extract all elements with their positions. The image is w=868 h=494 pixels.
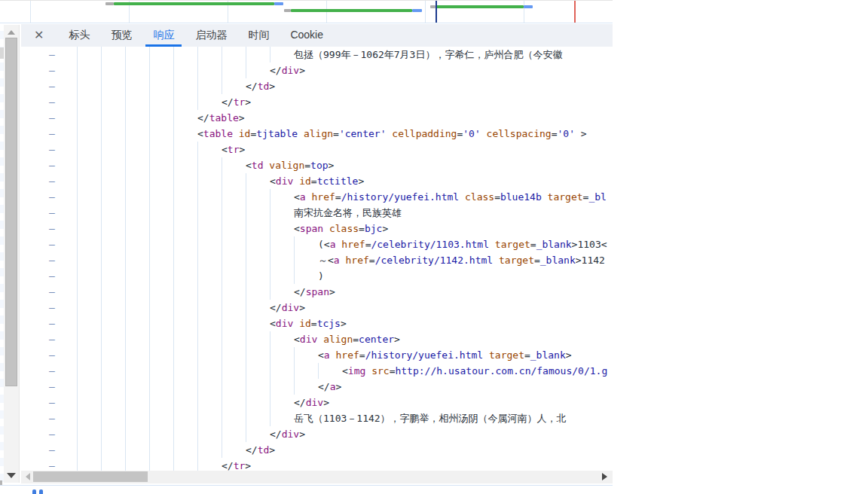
fold-marker[interactable]: – [49,63,55,78]
fold-marker[interactable]: – [49,189,55,205]
background-list-chip [0,480,2,485]
attribute-value: tcjs [317,318,341,329]
clipped-blue-fragment [32,489,47,494]
code-text: = [359,223,365,234]
attribute-name: target [495,239,530,250]
code-line: –</td> [21,442,613,458]
fold-marker[interactable]: – [49,205,55,221]
fold-marker[interactable]: – [49,78,55,94]
code-text: > [239,112,245,124]
tag-name: div [282,428,299,440]
horizontal-scrollbar-thumb[interactable] [33,471,148,482]
code-line: –<img src=http://h.usatour.com.cn/famous… [21,363,613,379]
code-text: 岳飞（1103－1142），字鹏举，相州汤阴（今属河南）人，北 [294,413,567,424]
fold-marker[interactable]: – [49,379,55,395]
attribute-value: /celebrity/1142.html [375,255,494,266]
tab-cookies[interactable]: Cookie [283,24,331,47]
fold-marker[interactable]: – [49,331,55,347]
code-line: –<a href=/history/yuefei.html target=_bl… [21,347,613,363]
fold-marker[interactable]: – [49,442,55,458]
tag-name: div [300,334,317,345]
network-overview-strip[interactable] [0,0,613,23]
tab-response[interactable]: 响应 [145,24,182,47]
scroll-right-arrow-icon[interactable] [602,473,607,480]
attribute-value: center [359,334,394,345]
fold-marker[interactable]: – [49,347,55,363]
fold-marker[interactable]: – [49,316,55,331]
fold-marker[interactable]: – [49,173,55,189]
devtools-network-panel: ✕ 标头预览响应启动器时间Cookie –包拯（999年－1062年7月3日），… [0,0,868,494]
tag-name: table [203,128,233,139]
code-text: < [270,318,276,329]
code-text: >1103< [572,239,607,250]
attribute-value: bjc [365,223,382,234]
attribute-name: cellpadding [392,128,457,139]
attribute-value: blue14b [500,191,542,203]
code-text: > [329,160,335,171]
fold-marker[interactable]: – [49,300,55,316]
attribute-value: http://h.usatour.com.cn/famous/0/1.g [395,365,607,377]
fold-marker[interactable]: – [49,142,55,157]
code-text [489,239,495,250]
request-details-pane: ✕ 标头预览响应启动器时间Cookie –包拯（999年－1062年7月3日），… [0,23,613,486]
waterfall-bar-segment [436,5,524,8]
vertical-scrollbar-thumb[interactable] [5,38,17,386]
fold-marker[interactable]: – [49,363,55,379]
code-text: < [318,349,324,361]
fold-marker[interactable]: – [49,268,55,284]
domcontentloaded-marker-line [436,1,437,23]
code-text: </ [270,428,282,440]
tag-name: a [334,255,340,266]
fold-marker[interactable]: – [49,47,55,63]
tab-initiator[interactable]: 启动器 [188,24,234,47]
code-line: –</div> [21,426,613,442]
scroll-down-arrow-icon[interactable] [7,473,16,478]
fold-marker[interactable]: – [49,221,55,236]
tab-timing[interactable]: 时间 [240,24,277,47]
code-text: = [359,349,365,361]
fold-marker[interactable]: – [49,252,55,268]
scroll-up-arrow-icon[interactable] [8,30,15,35]
fold-marker[interactable]: – [49,410,55,426]
code-text: > [335,381,341,392]
horizontal-scrollbar[interactable] [21,471,613,483]
attribute-value: 'center' [339,128,387,139]
tab-preview[interactable]: 预览 [103,24,139,47]
code-line: –</span> [21,284,613,300]
waterfall-bar-segment [524,5,533,8]
code-line: –) [21,268,613,284]
code-line: –<a href=/history/yuefei.html class=blue… [21,189,613,205]
fold-marker[interactable]: – [49,395,55,410]
code-text: >1142 [576,255,605,266]
fold-marker[interactable]: – [49,157,55,173]
fold-marker[interactable]: – [49,126,55,142]
code-text: < [294,191,300,203]
tag-name: div [282,302,299,313]
close-icon[interactable]: ✕ [34,24,44,47]
response-source-viewer[interactable]: –包拯（999年－1062年7月3日），字希仁，庐州合肥（今安徽–</div>–… [21,47,613,471]
fold-marker[interactable]: – [49,426,55,442]
scroll-left-arrow-icon[interactable] [26,473,30,480]
code-text: < [222,144,228,155]
code-text: = [494,191,500,203]
attribute-name: id [239,128,251,139]
fold-marker[interactable]: – [49,458,55,471]
tab-headers[interactable]: 标头 [61,24,97,47]
tag-name: span [300,223,323,234]
waterfall-bar-segment [105,2,114,5]
attribute-name: href [311,191,335,203]
code-text: 南宋抗金名将，民族英雄 [294,207,402,218]
fold-marker[interactable]: – [49,110,55,126]
overview-gridline [30,1,31,23]
fold-marker[interactable]: – [49,284,55,300]
attribute-value: tjtable [256,128,298,139]
code-text [481,128,487,139]
attribute-name: align [304,128,333,139]
vertical-scrollbar[interactable] [4,25,20,483]
attribute-name: class [329,223,359,234]
waterfall-bar-segment [114,2,274,5]
fold-marker[interactable]: – [49,236,55,252]
code-text: > [269,444,275,456]
fold-marker[interactable]: – [49,94,55,110]
code-text: = [311,318,317,329]
